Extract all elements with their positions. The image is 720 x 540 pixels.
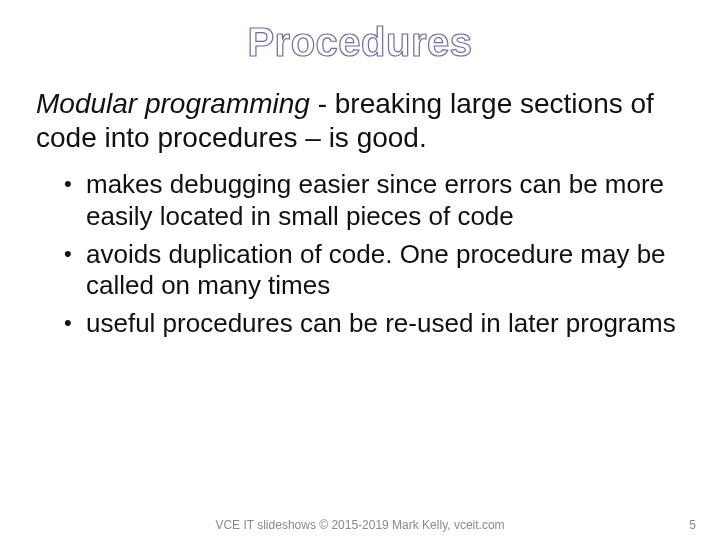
intro-paragraph: Modular programming - breaking large sec… xyxy=(36,87,684,155)
list-item: useful procedures can be re-used in late… xyxy=(64,308,684,340)
list-item: makes debugging easier since errors can … xyxy=(64,169,684,232)
page-number: 5 xyxy=(656,518,696,532)
intro-emphasis: Modular programming xyxy=(36,88,310,119)
footer-credit: VCE IT slideshows © 2015-2019 Mark Kelly… xyxy=(0,518,720,532)
bullet-list: makes debugging easier since errors can … xyxy=(36,169,684,340)
slide-title: Procedures xyxy=(36,20,684,65)
slide: Procedures Modular programming - breakin… xyxy=(0,0,720,540)
list-item: avoids duplication of code. One procedur… xyxy=(64,239,684,302)
